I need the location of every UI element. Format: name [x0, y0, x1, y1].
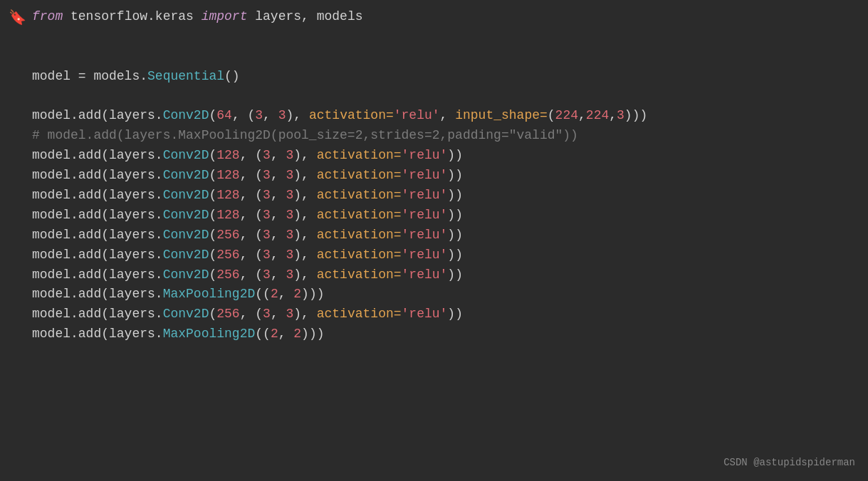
line-1: from tensorflow.keras import layers, mod…	[32, 7, 854, 27]
line-model-init: model = models.Sequential()	[32, 67, 854, 87]
line-conv256-2: model.add(layers.Conv2D(256, (3, 3), act…	[32, 245, 854, 265]
line-comment: # model.add(layers.MaxPooling2D(pool_siz…	[32, 126, 854, 146]
brand-label: CSDN @astupidspiderman	[723, 455, 855, 471]
line-conv128-3: model.add(layers.Conv2D(128, (3, 3), act…	[32, 186, 854, 206]
line-conv128-4: model.add(layers.Conv2D(128, (3, 3), act…	[32, 206, 854, 226]
line-conv-input: model.add(layers.Conv2D(64, (3, 3), acti…	[32, 106, 854, 126]
line-conv256-3: model.add(layers.Conv2D(256, (3, 3), act…	[32, 265, 854, 285]
bookmark-icon: 🔖	[9, 7, 26, 29]
line-conv128-1: model.add(layers.Conv2D(128, (3, 3), act…	[32, 146, 854, 166]
line-maxpool-1: model.add(layers.MaxPooling2D((2, 2)))	[32, 285, 854, 305]
code-editor: 🔖 from tensorflow.keras import layers, m…	[0, 0, 868, 481]
line-conv256-4: model.add(layers.Conv2D(256, (3, 3), act…	[32, 305, 854, 324]
line-conv256-1: model.add(layers.Conv2D(256, (3, 3), act…	[32, 226, 854, 245]
line-conv128-2: model.add(layers.Conv2D(128, (3, 3), act…	[32, 166, 854, 186]
line-blank-3	[32, 87, 854, 107]
line-blank-1	[32, 27, 854, 47]
line-maxpool-2: model.add(layers.MaxPooling2D((2, 2)))	[32, 324, 854, 344]
line-blank-2	[32, 47, 854, 67]
